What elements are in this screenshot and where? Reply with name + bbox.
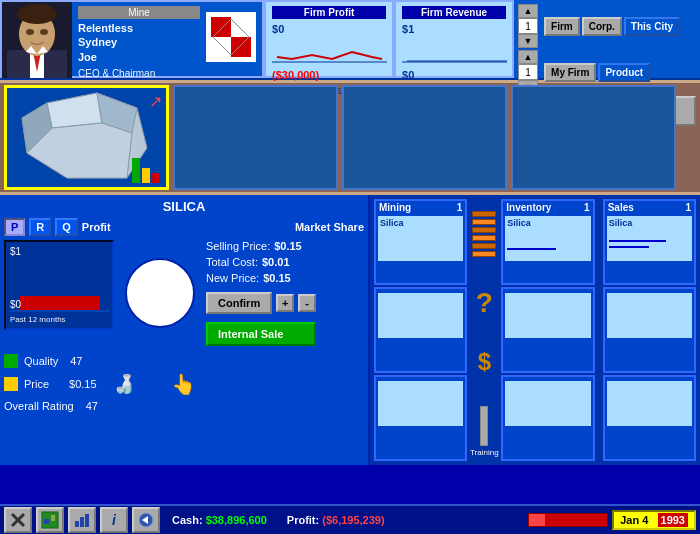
price-increase-button[interactable]: + — [276, 294, 294, 312]
year-value: 1993 — [658, 513, 688, 527]
price-label-bottom: Price — [24, 378, 49, 390]
sales-column: Sales 1 Silica — [603, 199, 696, 461]
confirm-button[interactable]: Confirm — [206, 292, 272, 314]
date-display: Jan 4 1993 — [612, 510, 696, 530]
quality-icon — [4, 354, 18, 368]
profit-label-status: Profit: — [287, 514, 319, 526]
confirm-row: Confirm + - — [206, 292, 316, 314]
inventory-header-2 — [503, 289, 592, 291]
price-icon — [4, 377, 18, 391]
product-slot-2[interactable] — [173, 85, 338, 190]
profit-chart-bot: $0 — [10, 299, 21, 310]
price-value-bottom: $0.15 — [69, 378, 97, 390]
left-panel: SILICA P R Q Profit Market Share $1 $0 P… — [0, 195, 370, 465]
svg-rect-28 — [20, 296, 100, 310]
inventory-content-2 — [505, 293, 590, 338]
firm-counter-up[interactable]: ▲ — [518, 4, 538, 18]
dollar-icon[interactable]: $ — [478, 348, 491, 376]
firm-button[interactable]: Firm — [544, 17, 580, 36]
separator-col: ? $ Training — [469, 199, 499, 461]
my-firm-button[interactable]: My Firm — [544, 63, 596, 82]
firm-profit-change: ($30,000) — [272, 69, 386, 81]
chart-icon[interactable] — [68, 507, 96, 533]
svg-rect-34 — [75, 521, 79, 527]
total-cost-label: Total Cost: — [206, 256, 258, 268]
firm-revenue-section: Firm Revenue $1 $0 Past 12 months — [394, 0, 514, 78]
left-panel-inner: $1 $0 Past 12 months Selling Price: $0.1 — [4, 240, 364, 346]
question-icon[interactable]: ? — [476, 287, 493, 319]
main-content: SILICA P R Q Profit Market Share $1 $0 P… — [0, 195, 700, 465]
pricing-section: Selling Price: $0.15 Total Cost: $0.01 N… — [206, 240, 316, 346]
svg-rect-25 — [152, 173, 160, 183]
mining-content-3 — [378, 381, 463, 426]
profit-chart-period: Past 12 months — [10, 315, 66, 324]
firm-profit-section: Firm Profit $0 ($30,000) Past 12 months — [264, 0, 394, 78]
firm-counter-val: 1 — [518, 18, 538, 34]
firm-profit-current: $0 — [272, 23, 386, 35]
sales-header-3 — [605, 377, 694, 379]
inventory-column: Inventory 1 Silica — [501, 199, 594, 461]
sales-box-3 — [603, 375, 696, 461]
bottom-stats: Quality 47 Price $0.15 🍶 👆 Overall Ratin… — [4, 354, 364, 412]
right-panel-grid: Mining 1 Silica — [374, 199, 696, 461]
selling-price-value: $0.15 — [274, 240, 302, 252]
firm-revenue-change: $0 — [402, 69, 506, 81]
tools-icon[interactable] — [4, 507, 32, 533]
product-button[interactable]: Product — [598, 63, 650, 82]
new-price-value: $0.15 — [263, 272, 291, 284]
market-share-label: Market Share — [295, 221, 364, 233]
price-decrease-button[interactable]: - — [298, 294, 316, 312]
back-icon[interactable] — [132, 507, 160, 533]
firm-revenue-current: $1 — [402, 23, 506, 35]
product-slot-4[interactable] — [511, 85, 676, 190]
product-title: SILICA — [4, 199, 364, 214]
r-button[interactable]: R — [29, 218, 51, 236]
inventory-box-2 — [501, 287, 594, 373]
myfirm-counter-val: 1 — [518, 64, 538, 80]
corp-button[interactable]: Corp. — [582, 17, 622, 36]
profile-info: Mine Relentless Sydney Joe CEO & Chairma… — [72, 2, 206, 76]
selling-price-label: Selling Price: — [206, 240, 270, 252]
inventory-product: Silica — [507, 218, 588, 228]
profile-title: CEO & Chairman — [78, 68, 200, 79]
inventory-header: Inventory 1 — [503, 201, 592, 214]
inventory-content: Silica — [505, 216, 590, 261]
product-slot-3[interactable] — [342, 85, 507, 190]
p-button[interactable]: P — [4, 218, 25, 236]
firm-profit-title: Firm Profit — [272, 6, 386, 19]
inventory-box-3 — [501, 375, 594, 461]
sales-content-3 — [607, 381, 692, 426]
new-price-row: New Price: $0.15 — [206, 272, 316, 284]
avatar — [2, 2, 72, 78]
this-city-button[interactable]: This City — [624, 17, 680, 36]
internal-sale-button[interactable]: Internal Sale — [206, 322, 316, 346]
overall-rating-row: Overall Rating 47 — [4, 400, 364, 412]
prq-row: P R Q Profit Market Share — [4, 218, 364, 236]
q-button[interactable]: Q — [55, 218, 78, 236]
sales-header-2 — [605, 289, 694, 291]
inventory-counter: 1 — [584, 202, 590, 213]
info-icon[interactable]: i — [100, 507, 128, 533]
sales-product: Silica — [609, 218, 690, 228]
bottle-icon: 🍶 — [113, 373, 135, 395]
cash-section: Cash: $38,896,600 — [172, 514, 267, 526]
cash-value: $38,896,600 — [206, 514, 267, 526]
quality-row: Quality 47 — [4, 354, 364, 368]
svg-rect-35 — [80, 517, 84, 527]
profile-section: Mine Relentless Sydney Joe CEO & Chairma… — [0, 0, 264, 78]
profit-section-status: Profit: ($6,195,239) — [287, 514, 385, 526]
svg-rect-24 — [142, 168, 150, 183]
mining-counter: 1 — [457, 202, 463, 213]
brick-icon — [472, 211, 496, 257]
quality-label: Quality — [24, 355, 58, 367]
product-slot-active[interactable]: ↗ — [4, 85, 169, 190]
quality-value: 47 — [70, 355, 82, 367]
map-icon[interactable] — [36, 507, 64, 533]
overall-rating-label: Overall Rating — [4, 400, 74, 412]
myfirm-counter-up[interactable]: ▲ — [518, 50, 538, 64]
svg-rect-14 — [231, 37, 251, 57]
mining-box-3 — [374, 375, 467, 461]
inventory-header-3 — [503, 377, 592, 379]
firm-counter-down[interactable]: ▼ — [518, 34, 538, 48]
control-row-1: ▲ 1 ▼ Firm Corp. This City — [518, 4, 696, 48]
